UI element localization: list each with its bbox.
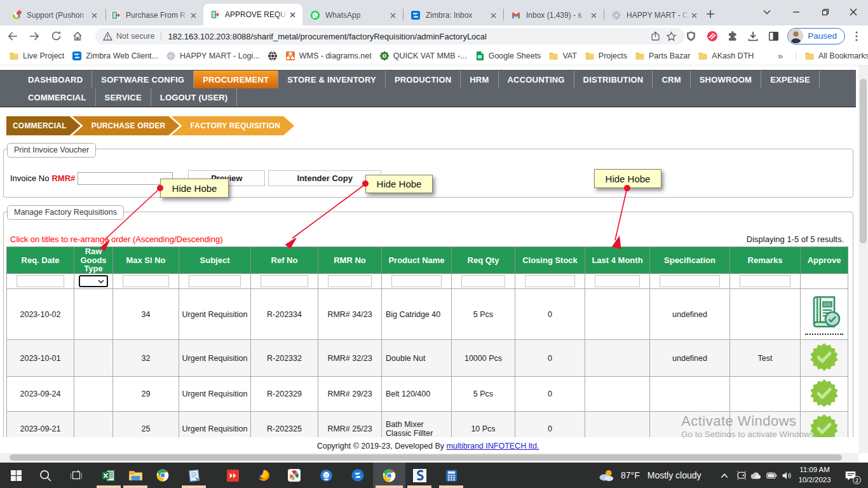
horizontal-scroll-thumb[interactable] bbox=[10, 454, 842, 461]
bookmarks-overflow-chevron[interactable]: » bbox=[774, 49, 787, 63]
menu-distribution[interactable]: DISTRIBUTION bbox=[574, 71, 653, 88]
col-remarks[interactable]: Remarks bbox=[730, 247, 801, 274]
breadcrumb-commercial[interactable]: COMMERCIAL bbox=[6, 116, 81, 135]
tab-zimbra[interactable]: Zimbra: Inbox bbox=[404, 5, 503, 25]
invoice-no-input[interactable] bbox=[78, 172, 173, 185]
tab-close-icon[interactable] bbox=[689, 10, 699, 20]
taskbar-firefox[interactable] bbox=[249, 463, 278, 488]
tab-close-icon[interactable] bbox=[488, 10, 498, 20]
breadcrumb-purchase-order[interactable]: PURCHASE ORDER bbox=[72, 116, 180, 135]
bookmark-vat[interactable]: VAT bbox=[545, 49, 580, 63]
tray-volume-icon[interactable] bbox=[779, 463, 794, 488]
url-text[interactable]: 182.163.102.203:8088/sharif_metal/procur… bbox=[168, 32, 648, 41]
bookmark-zimbra[interactable]: Zimbra Web Client... bbox=[68, 49, 162, 63]
taskbar-zimbra-app[interactable] bbox=[343, 463, 372, 488]
taskbar-clock[interactable]: 11:09 AM 10/2/2023 bbox=[794, 463, 835, 488]
taskbar-chrome-active[interactable] bbox=[373, 463, 405, 488]
taskbar-excel[interactable] bbox=[94, 463, 123, 488]
tab-close-icon[interactable] bbox=[388, 10, 398, 20]
vertical-scroll-thumb[interactable] bbox=[860, 79, 867, 243]
filter-last4-input[interactable] bbox=[595, 275, 640, 287]
filter-ref-no-input[interactable] bbox=[261, 275, 308, 287]
horizontal-scrollbar[interactable] bbox=[0, 453, 858, 463]
filter-req-date-input[interactable] bbox=[17, 275, 64, 287]
window-close-button[interactable] bbox=[839, 0, 868, 24]
extensions-puzzle-icon[interactable] bbox=[725, 29, 740, 44]
menu-hrm[interactable]: HRM bbox=[461, 71, 498, 88]
home-icon[interactable] bbox=[70, 29, 85, 44]
taskbar-weather[interactable]: 87°F Mostly cloudy bbox=[597, 463, 712, 488]
adblock-extension-icon[interactable] bbox=[705, 29, 720, 44]
downloads-icon[interactable] bbox=[745, 29, 761, 44]
taskbar-kids-shield[interactable] bbox=[311, 463, 341, 488]
filter-spec-input[interactable] bbox=[660, 275, 720, 287]
col-ref-no[interactable]: Ref No bbox=[251, 247, 318, 274]
bookmark-wms-diagrams[interactable]: WMS - diagrams.net bbox=[281, 49, 376, 63]
bookmark-quick-vat[interactable]: QUICK VAT MMB -... bbox=[376, 49, 471, 63]
col-specification[interactable]: Specification bbox=[650, 247, 730, 274]
privacy-shield-icon[interactable] bbox=[683, 29, 698, 44]
menu-expense[interactable]: EXPENSE bbox=[761, 71, 820, 88]
share-icon[interactable] bbox=[648, 29, 663, 44]
tab-close-icon[interactable] bbox=[287, 10, 297, 20]
col-last-4-month[interactable]: Last 4 Month bbox=[585, 247, 650, 274]
all-bookmarks[interactable]: All Bookmarks bbox=[801, 49, 868, 63]
col-max-sl-no[interactable]: Max Sl No bbox=[113, 247, 179, 274]
developer-link[interactable]: multibrand INFOTECH ltd. bbox=[446, 442, 539, 451]
tab-whatsapp[interactable]: WhatsApp bbox=[304, 5, 403, 25]
filter-goods-type-select[interactable] bbox=[79, 275, 108, 287]
tab-close-icon[interactable] bbox=[588, 10, 599, 20]
notification-center[interactable]: 2 bbox=[837, 463, 863, 488]
col-req-qty[interactable]: Req Qty bbox=[452, 247, 515, 274]
bookmark-live-project[interactable]: Live Project bbox=[5, 49, 68, 63]
bookmark-star-icon[interactable] bbox=[663, 29, 679, 44]
start-button[interactable] bbox=[1, 463, 31, 488]
tab-approve-requisition[interactable]: APPROVE REQUI bbox=[203, 4, 302, 25]
filter-req-qty-input[interactable] bbox=[461, 275, 505, 287]
bookmark-akash-dth[interactable]: AKash DTH bbox=[694, 49, 757, 63]
tray-onedrive-icon[interactable] bbox=[749, 463, 764, 488]
taskbar-calculator[interactable] bbox=[437, 463, 466, 488]
window-minimize-button[interactable] bbox=[782, 0, 811, 24]
col-approve[interactable]: Approve bbox=[801, 247, 848, 274]
profile-sync-paused[interactable]: Paused bbox=[787, 28, 845, 44]
reload-icon[interactable] bbox=[48, 29, 64, 44]
menu-crm[interactable]: CRM bbox=[653, 71, 690, 88]
bookmark-google-sheets[interactable]: Google Sheets bbox=[471, 49, 545, 63]
filter-rmr-no-input[interactable] bbox=[328, 275, 372, 287]
tray-display-icon[interactable] bbox=[734, 463, 749, 488]
approved-seal-icon[interactable] bbox=[810, 401, 839, 410]
filter-closing-input[interactable] bbox=[525, 275, 575, 287]
tab-close-icon[interactable] bbox=[188, 10, 198, 20]
breadcrumb-factory-requisition[interactable]: FACTORY REQUISITION bbox=[171, 116, 294, 135]
tab-gmail-inbox[interactable]: Inbox (1,439) - s bbox=[505, 5, 604, 25]
bookmark-parts-bazar[interactable]: Parts Bazar bbox=[631, 49, 694, 63]
side-panel-icon[interactable] bbox=[766, 29, 781, 44]
taskbar-chrome-1[interactable] bbox=[148, 463, 177, 488]
menu-dashboard[interactable]: DASHBOARD bbox=[19, 71, 92, 88]
tab-happy-mart[interactable]: HAPPY MART - C bbox=[605, 5, 704, 25]
taskbar-pinwheel-app[interactable] bbox=[280, 463, 309, 488]
col-req-date[interactable]: Req. Date bbox=[7, 247, 74, 274]
bookmark-happy-mart[interactable]: HAPPY MART - Logi... bbox=[162, 49, 264, 63]
col-rmr-no[interactable]: RMR No bbox=[318, 247, 382, 274]
filter-product-input[interactable] bbox=[391, 275, 442, 287]
tray-battery-icon[interactable] bbox=[764, 463, 779, 488]
col-closing-stock[interactable]: Closing Stock bbox=[515, 247, 585, 274]
forward-icon[interactable] bbox=[27, 29, 42, 44]
window-maximize-button[interactable] bbox=[811, 0, 840, 24]
task-view-icon[interactable] bbox=[62, 463, 91, 488]
menu-service[interactable]: SERVICE bbox=[96, 88, 151, 106]
menu-logout[interactable]: LOGOUT (USER) bbox=[151, 88, 238, 106]
bookmark-projects[interactable]: Projects bbox=[581, 49, 631, 63]
address-bar[interactable]: Not secure 182.163.102.203:8088/sharif_m… bbox=[95, 28, 685, 44]
taskbar-file-explorer[interactable] bbox=[121, 463, 150, 488]
menu-showroom[interactable]: SHOWROOM bbox=[691, 71, 761, 88]
filter-max-sl-input[interactable] bbox=[123, 275, 169, 287]
menu-accounting[interactable]: ACCOUNTING bbox=[499, 71, 574, 88]
col-goods-type[interactable]: RawGoodsType bbox=[74, 247, 113, 274]
tab-purchase[interactable]: Purchase From R bbox=[104, 5, 203, 25]
tab-search-chevron-icon[interactable] bbox=[752, 0, 782, 24]
taskbar-notepad[interactable] bbox=[179, 463, 208, 488]
security-status[interactable]: Not secure bbox=[116, 32, 154, 41]
